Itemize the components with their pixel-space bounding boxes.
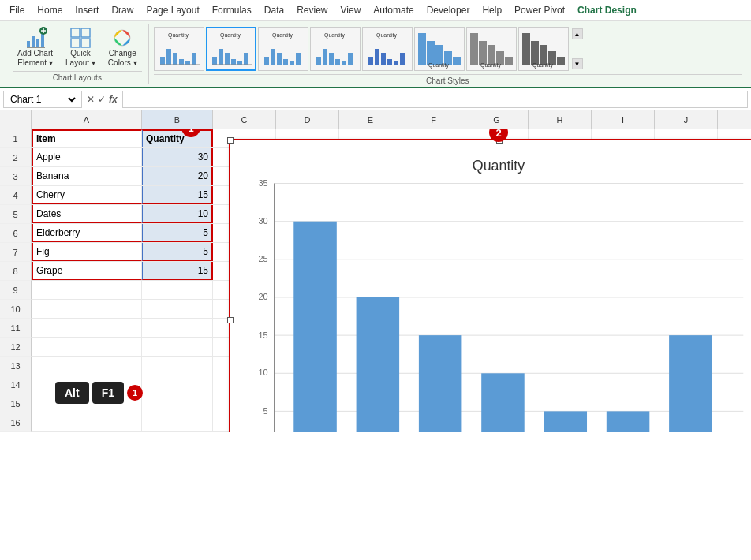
chart-container[interactable]: Quantity 35 30 25 [229,139,751,432]
cell-A3[interactable]: Banana [32,167,142,185]
ribbon-scroll-up[interactable]: ▲ [572,28,583,39]
col-header-a[interactable]: A [32,110,142,129]
row-num-8: 8 [0,262,32,281]
cell-B7[interactable]: 5 [142,243,213,261]
svg-rect-39 [335,59,340,65]
change-colors-label: ChangeColors ▾ [108,49,137,68]
chart-style-8[interactable]: Quantity [518,27,569,71]
chart-style-7[interactable]: Quantity [466,27,517,71]
cell-B12[interactable] [142,338,213,356]
svg-rect-10 [71,39,80,47]
col-header-b[interactable]: B [142,110,213,129]
chart-handle-tl[interactable] [227,137,234,144]
cell-B14[interactable] [142,375,213,394]
col-header-d[interactable]: D [276,110,339,129]
chart-style-5[interactable]: Quantity [362,27,413,71]
menu-page-layout[interactable]: Page Layout [140,2,205,18]
menu-developer[interactable]: Developer [420,2,476,18]
cell-A2[interactable]: Apple [32,148,142,166]
chart-handle-lm[interactable] [227,317,234,323]
cell-A1[interactable]: Item [32,129,142,147]
add-chart-element-button[interactable]: Add ChartElement ▾ [13,25,58,69]
menu-automate[interactable]: Automate [367,2,420,18]
bar-cherry [419,335,462,432]
menu-data[interactable]: Data [258,2,290,18]
cell-B11[interactable] [142,319,213,337]
svg-rect-18 [192,53,196,65]
svg-rect-17 [185,61,190,65]
cell-B3[interactable]: 20 [142,167,213,185]
svg-text:30: 30 [258,216,267,226]
bar-apple [293,222,337,432]
cell-B16[interactable] [142,413,213,431]
cell-A5[interactable]: Dates [32,205,142,223]
menu-home[interactable]: Home [31,2,69,18]
col-header-c[interactable]: C [213,110,276,129]
cell-A13[interactable] [32,357,142,375]
svg-rect-2 [36,39,39,47]
chart-style-3[interactable]: Quantity [258,27,308,71]
cell-B8[interactable]: 15 [142,262,213,280]
svg-rect-41 [348,53,353,65]
col-header-g[interactable]: G [465,110,529,129]
cell-B13[interactable] [142,357,213,375]
menu-insert[interactable]: Insert [69,2,105,18]
cell-A9[interactable] [32,281,142,299]
name-box-select[interactable]: Chart 1 [7,93,78,106]
cell-B5[interactable]: 10 [142,205,213,223]
svg-rect-14 [166,49,171,65]
menu-file[interactable]: File [3,2,31,18]
svg-rect-40 [342,61,346,65]
menu-chart-design[interactable]: Chart Design [571,2,643,18]
cell-B1[interactable]: Quantity [142,129,213,147]
cell-B15[interactable] [142,394,213,413]
cell-A12[interactable] [32,338,142,356]
grid-content: ItemQuantityApple30Banana20Cherry15Dates… [32,129,751,432]
svg-rect-46 [387,59,392,65]
cell-A8[interactable]: Grape [32,262,142,280]
row-num-13: 13 [0,357,32,375]
formula-input[interactable] [122,91,748,108]
ribbon-scroll-down[interactable]: ▼ [572,58,583,69]
cell-B2[interactable]: 30 [142,148,213,166]
confirm-icon[interactable]: ✓ [98,94,106,105]
col-header-i[interactable]: I [592,110,655,129]
menu-draw[interactable]: Draw [105,2,140,18]
row-num-11: 11 [0,319,32,338]
rows-area: 12345678910111213141516 ItemQuantityAppl… [0,129,751,432]
cell-A11[interactable] [32,319,142,337]
chart-style-4[interactable]: Quantity [310,27,361,71]
cell-A4[interactable]: Cherry [32,186,142,204]
formula-bar: Chart 1 ✕ ✓ fx [0,88,751,110]
menu-review[interactable]: Review [290,2,334,18]
cell-A10[interactable] [32,300,142,318]
svg-rect-23 [225,53,230,65]
cell-A7[interactable]: Fig [32,243,142,261]
col-header-h[interactable]: H [529,110,592,129]
cell-A6[interactable]: Elderberry [32,224,142,242]
menu-help[interactable]: Help [476,2,508,18]
name-box[interactable]: Chart 1 [3,91,82,108]
cell-B6[interactable]: 5 [142,224,213,242]
quick-layout-button[interactable]: QuickLayout ▾ [61,25,100,69]
svg-rect-63 [531,41,539,65]
cell-A16[interactable] [32,413,142,431]
cell-B9[interactable] [142,281,213,299]
col-header-f[interactable]: F [402,110,465,129]
chart-style-1[interactable]: Quantity [154,27,204,71]
change-colors-button[interactable]: ChangeColors ▾ [103,25,142,69]
svg-rect-32 [283,59,288,65]
cell-B4[interactable]: 15 [142,186,213,204]
chart-style-2[interactable]: Quantity [206,27,256,71]
menu-power-pivot[interactable]: Power Pivot [508,2,571,18]
quick-layout-icon [69,27,92,49]
col-header-j[interactable]: J [655,110,718,129]
svg-rect-57 [479,41,487,65]
chart-style-6[interactable]: Quantity [414,27,465,71]
col-header-e[interactable]: E [339,110,402,129]
menu-view[interactable]: View [334,2,368,18]
cell-B10[interactable] [142,300,213,318]
cancel-icon[interactable]: ✕ [87,94,95,105]
bar-grape [669,335,712,432]
menu-formulas[interactable]: Formulas [206,2,258,18]
